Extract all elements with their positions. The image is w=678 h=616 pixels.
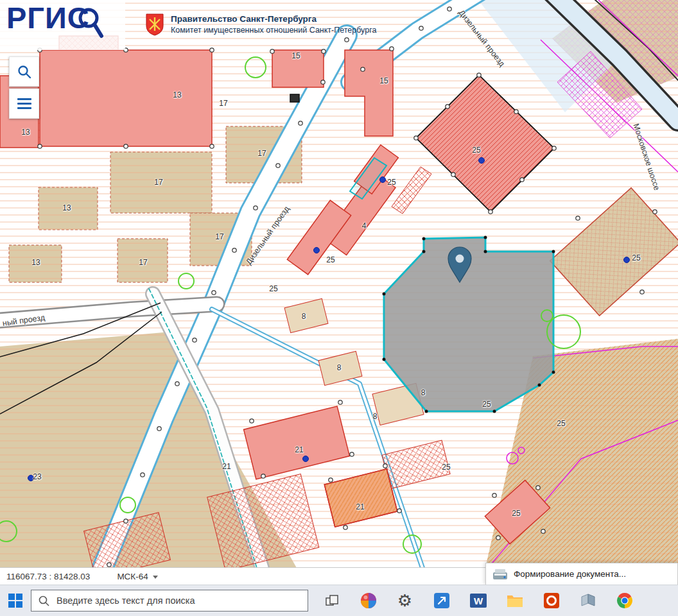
spb-coat-of-arms-icon bbox=[145, 13, 164, 36]
taskbar-app-office[interactable] bbox=[533, 585, 569, 616]
windows-logo-icon bbox=[8, 594, 22, 608]
map-search-button[interactable] bbox=[9, 56, 39, 87]
map-tools bbox=[9, 56, 39, 119]
hamburger-menu-icon bbox=[17, 98, 31, 109]
chrome-icon bbox=[616, 592, 633, 609]
taskbar-app-chrome[interactable] bbox=[606, 585, 643, 616]
colorful-sphere-icon bbox=[360, 592, 377, 609]
map-canvas[interactable] bbox=[0, 0, 678, 568]
book-icon bbox=[580, 593, 596, 608]
chevron-down-icon bbox=[153, 576, 158, 579]
office-icon bbox=[544, 593, 559, 608]
document-generation-toast[interactable]: Формирование документа... bbox=[485, 563, 678, 585]
search-icon bbox=[17, 64, 32, 80]
search-icon bbox=[39, 595, 49, 606]
toast-text: Формирование документа... bbox=[514, 569, 626, 579]
map-viewport[interactable]: 1313131315151717171717252525252525252525… bbox=[0, 0, 678, 568]
cursor-coordinates: 116067.73 : 81428.03 bbox=[6, 572, 90, 581]
gov-line1: Правительство Санкт-Петербурга bbox=[171, 13, 376, 25]
blue-arrow-app-icon bbox=[434, 593, 449, 608]
taskbar-icons: ⚙ W bbox=[313, 585, 643, 616]
taskbar-search[interactable] bbox=[31, 590, 308, 612]
taskbar-app-paint3d[interactable] bbox=[350, 585, 387, 616]
crs-selector[interactable]: МСК-64 bbox=[117, 572, 157, 581]
map-menu-button[interactable] bbox=[9, 89, 39, 119]
task-view-button[interactable] bbox=[313, 585, 350, 616]
gov-line2: Комитет имущественных отношений Санкт-Пе… bbox=[171, 25, 376, 35]
taskbar-app-settings[interactable]: ⚙ bbox=[387, 585, 423, 616]
taskbar-app-word[interactable]: W bbox=[460, 585, 496, 616]
task-view-icon bbox=[324, 593, 340, 608]
settings-gear-icon: ⚙ bbox=[397, 592, 412, 609]
svg-text:W: W bbox=[473, 595, 483, 606]
taskbar-app-blue-arrow[interactable] bbox=[423, 585, 460, 616]
rgis-logo-magnifier-icon bbox=[76, 6, 104, 40]
file-explorer-icon bbox=[507, 594, 523, 608]
taskbar-search-input[interactable] bbox=[55, 595, 289, 606]
start-button[interactable] bbox=[0, 585, 31, 616]
word-icon: W bbox=[470, 592, 487, 609]
document-generation-icon bbox=[492, 568, 508, 581]
taskbar-app-book[interactable] bbox=[569, 585, 606, 616]
rgis-logo: РГИС bbox=[6, 3, 104, 40]
crs-value: МСК-64 bbox=[117, 572, 148, 581]
gov-header: Правительство Санкт-Петербурга Комитет и… bbox=[145, 13, 376, 36]
desktop: 1313131315151717171717252525252525252525… bbox=[0, 0, 678, 616]
taskbar-app-file-explorer[interactable] bbox=[496, 585, 533, 616]
taskbar: ⚙ W bbox=[0, 585, 678, 616]
